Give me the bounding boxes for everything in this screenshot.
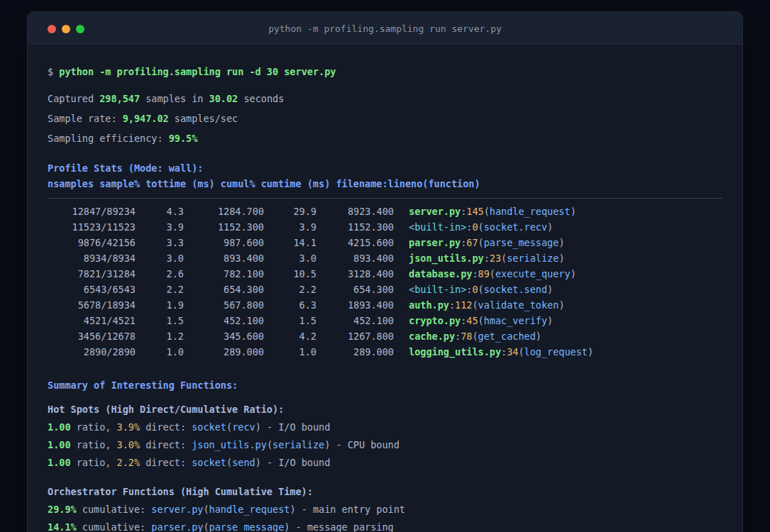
shell-prompt: $ (48, 66, 59, 77)
cumulative-pct: 14.1% (48, 521, 77, 532)
lineno: 34 (507, 346, 518, 358)
orchestrator-item: 14.1% cumulative: parser.py(parse_messag… (48, 519, 722, 532)
col-sample-pct: 1.5 (136, 313, 184, 328)
close-paren: ) (547, 284, 553, 295)
terminal-content: $ python -m profiling.sampling run -d 30… (28, 46, 742, 532)
col-cumtime: 893.400 (317, 250, 394, 266)
col-location: server.py:145(handle_request) (409, 204, 576, 219)
col-sample-pct: 1.0 (136, 344, 184, 360)
filename: socket (192, 457, 226, 468)
col-tottime: 1284.700 (184, 204, 264, 219)
col-tottime: 289.000 (184, 344, 264, 360)
col-cumul-pct: 10.5 (264, 266, 317, 282)
stats-row: 5678/189341.9567.8006.31893.400auth.py:1… (48, 297, 722, 313)
col-tottime: 782.100 (184, 266, 264, 282)
item-description: - main entry point (296, 504, 405, 515)
stats-row: 3456/126781.2345.6004.21267.800cache.py:… (48, 328, 722, 344)
cumulative-pct: 29.9% (48, 504, 77, 515)
col-tottime: 987.600 (184, 235, 264, 250)
titlebar: python -m profiling.sampling run server.… (28, 12, 742, 46)
function-name: handle_request (209, 504, 290, 515)
col-location: cache.py:78(get_cached) (409, 328, 541, 344)
close-paren: ) (290, 504, 295, 515)
close-paren: ) (588, 346, 593, 358)
col-nsamples: 7821/31284 (48, 266, 136, 282)
filename: server.py (151, 504, 203, 515)
close-paren: ) (559, 299, 564, 311)
open-paren: ( (226, 421, 232, 433)
efficiency-line: Sampling efficiency: 99.5% (48, 131, 722, 146)
close-paren: ) (559, 237, 564, 248)
efficiency-label: Sampling efficiency: (48, 133, 169, 144)
stats-row: 6543/65432.2654.3002.2654.300<built-in>:… (48, 282, 722, 297)
col-nsamples: 5678/18934 (48, 297, 136, 313)
filename: database.py (409, 268, 472, 279)
captured-mid: samples in (140, 93, 209, 104)
command-line: $ python -m profiling.sampling run -d 30… (48, 64, 722, 79)
close-paren: ) (571, 268, 576, 279)
direct-label: direct: (140, 457, 192, 468)
col-sample-pct: 4.3 (136, 204, 184, 219)
col-sample-pct: 1.9 (136, 297, 184, 313)
filename: <built-in> (409, 221, 466, 233)
col-cumtime: 1152.300 (317, 219, 394, 235)
open-paren: ( (478, 284, 484, 295)
col-nsamples: 9876/42156 (48, 235, 136, 250)
close-paren: ) (255, 421, 261, 433)
function-name: parse_message (209, 521, 285, 532)
col-cumtime: 289.000 (317, 344, 394, 360)
filename: crypto.py (409, 315, 461, 326)
col-cumtime: 1893.400 (317, 297, 394, 313)
col-tottime: 567.800 (184, 297, 264, 313)
col-tottime: 1152.300 (184, 219, 264, 235)
close-paren: ) (547, 221, 553, 233)
captured-label: Captured (48, 93, 99, 104)
col-tottime: 452.100 (184, 313, 264, 328)
function-name: handle_request (490, 206, 571, 217)
col-cumul-pct: 6.3 (264, 297, 317, 313)
window-controls (28, 25, 84, 33)
item-description: - message parsing (290, 521, 393, 532)
lineno: 67 (466, 237, 478, 248)
efficiency-value: 99.5% (169, 133, 198, 144)
lineno: 0 (472, 284, 478, 295)
col-cumtime: 3128.400 (317, 266, 394, 282)
minimize-button[interactable] (62, 25, 70, 33)
close-paren: ) (255, 457, 261, 468)
col-nsamples: 3456/12678 (48, 328, 136, 344)
col-cumtime: 654.300 (317, 282, 394, 297)
col-nsamples: 6543/6543 (48, 282, 136, 297)
filename: parser.py (409, 237, 461, 248)
hot-spot-item: 1.00 ratio, 3.9% direct: socket(recv) - … (48, 419, 722, 435)
filename: json_utils.py (409, 253, 484, 264)
col-cumul-pct: 14.1 (264, 235, 317, 250)
orchestrators-heading: Orchestrator Functions (High Cumulative … (48, 484, 722, 499)
col-cumul-pct: 4.2 (264, 328, 317, 344)
open-paren: ( (518, 346, 524, 358)
col-cumtime: 8923.400 (317, 204, 394, 219)
col-location: <built-in>:0(socket.recv) (409, 219, 553, 235)
col-cumtime: 452.100 (317, 313, 394, 328)
close-button[interactable] (48, 25, 56, 33)
filename: cache.py (409, 331, 455, 342)
divider (48, 198, 722, 199)
open-paren: ( (267, 439, 273, 450)
col-cumul-pct: 1.5 (264, 313, 317, 328)
ratio-value: 1.00 (48, 421, 71, 433)
col-tottime: 345.600 (184, 328, 264, 344)
filename: json_utils.py (192, 439, 267, 450)
maximize-button[interactable] (76, 25, 84, 33)
item-description: - CPU bound (330, 439, 400, 450)
direct-label: direct: (140, 421, 192, 433)
sample-rate-label: Sample rate: (48, 113, 123, 124)
samples-count: 298,547 (99, 93, 140, 104)
hot-spots-heading: Hot Spots (High Direct/Cumulative Ratio)… (48, 401, 722, 417)
stats-row: 12847/892344.31284.70029.98923.400server… (48, 204, 722, 219)
function-name: recv (232, 421, 255, 433)
colon: : (501, 346, 507, 358)
close-paren: ) (547, 315, 553, 326)
close-paren: ) (536, 331, 541, 342)
direct-pct: 3.0% (117, 439, 141, 450)
direct-label: direct: (140, 439, 192, 450)
stats-columns-header: nsamples sample% tottime (ms) cumul% cum… (48, 176, 722, 192)
